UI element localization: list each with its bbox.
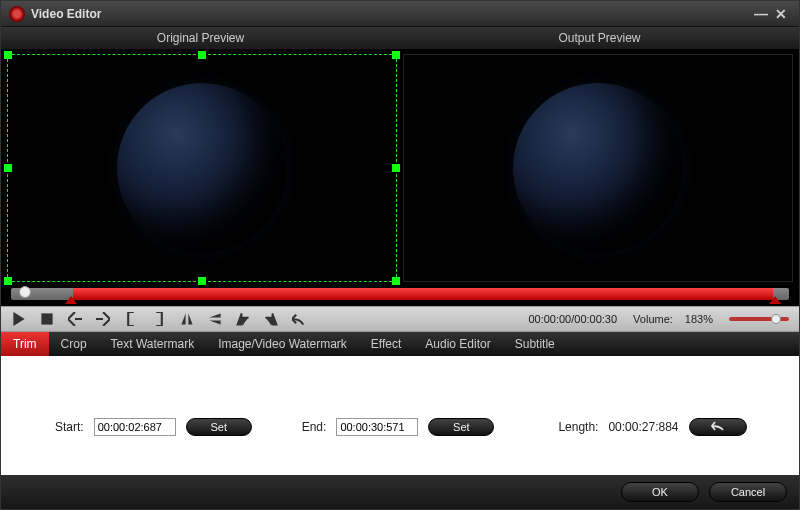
tab-audio-editor[interactable]: Audio Editor <box>413 332 502 356</box>
flip-horizontal-icon[interactable] <box>179 311 195 327</box>
crop-handle[interactable] <box>392 51 400 59</box>
crop-handle[interactable] <box>4 51 12 59</box>
original-preview-pane[interactable] <box>7 54 397 282</box>
window-title: Video Editor <box>31 7 751 21</box>
rotate-cw-icon[interactable] <box>263 311 279 327</box>
trim-panel: Start: Set End: Set Length: 00:00:27:884 <box>1 356 799 464</box>
crop-handle[interactable] <box>198 277 206 285</box>
video-frame-original <box>117 83 287 253</box>
play-icon[interactable] <box>11 311 27 327</box>
footer: OK Cancel <box>1 475 799 509</box>
crop-handle[interactable] <box>392 164 400 172</box>
ok-button[interactable]: OK <box>621 482 699 502</box>
step-forward-icon[interactable] <box>95 311 111 327</box>
video-frame-output <box>513 83 683 253</box>
tab-text-watermark[interactable]: Text Watermark <box>99 332 207 356</box>
output-preview-label: Output Preview <box>400 27 799 49</box>
bracket-start-icon[interactable] <box>123 311 139 327</box>
cancel-button[interactable]: Cancel <box>709 482 787 502</box>
volume-slider[interactable] <box>729 317 789 321</box>
tab-crop[interactable]: Crop <box>49 332 99 356</box>
titlebar: Video Editor — ✕ <box>1 1 799 27</box>
app-icon <box>9 6 25 22</box>
tab-image-video-watermark[interactable]: Image/Video Watermark <box>206 332 359 356</box>
playhead[interactable] <box>19 286 31 298</box>
tabbar: Trim Crop Text Watermark Image/Video Wat… <box>1 332 799 356</box>
volume-label: Volume: <box>633 313 673 325</box>
tab-trim[interactable]: Trim <box>1 332 49 356</box>
start-time-input[interactable] <box>94 418 176 436</box>
volume-value: 183% <box>685 313 713 325</box>
start-label: Start: <box>55 420 84 434</box>
length-value: 00:00:27:884 <box>608 420 678 434</box>
undo-icon[interactable] <box>291 311 307 327</box>
playback-time: 00:00:00/00:00:30 <box>528 313 617 325</box>
crop-handle[interactable] <box>198 51 206 59</box>
end-label: End: <box>302 420 327 434</box>
reset-length-button[interactable] <box>689 418 747 436</box>
crop-handle[interactable] <box>4 277 12 285</box>
rotate-ccw-icon[interactable] <box>235 311 251 327</box>
playback-controls: 00:00:00/00:00:30 Volume: 183% <box>1 306 799 332</box>
stop-icon[interactable] <box>39 311 55 327</box>
trim-start-marker[interactable] <box>65 296 77 304</box>
crop-handle[interactable] <box>392 277 400 285</box>
trim-end-marker[interactable] <box>769 296 781 304</box>
bracket-end-icon[interactable] <box>151 311 167 327</box>
preview-area <box>1 50 799 284</box>
timeline-selection <box>73 288 773 300</box>
end-time-input[interactable] <box>336 418 418 436</box>
timeline-strip <box>1 284 799 306</box>
timeline[interactable] <box>11 288 789 300</box>
svg-rect-0 <box>41 313 52 324</box>
length-label: Length: <box>558 420 598 434</box>
set-start-button[interactable]: Set <box>186 418 252 436</box>
set-end-button[interactable]: Set <box>428 418 494 436</box>
volume-knob[interactable] <box>771 314 781 324</box>
undo-icon <box>711 421 725 431</box>
minimize-button[interactable]: — <box>751 6 771 22</box>
crop-handle[interactable] <box>4 164 12 172</box>
output-preview-pane <box>403 54 793 282</box>
tab-subtitle[interactable]: Subtitle <box>503 332 567 356</box>
preview-header: Original Preview Output Preview <box>1 27 799 50</box>
step-back-icon[interactable] <box>67 311 83 327</box>
flip-vertical-icon[interactable] <box>207 311 223 327</box>
original-preview-label: Original Preview <box>1 27 400 49</box>
tab-effect[interactable]: Effect <box>359 332 413 356</box>
close-button[interactable]: ✕ <box>771 6 791 22</box>
